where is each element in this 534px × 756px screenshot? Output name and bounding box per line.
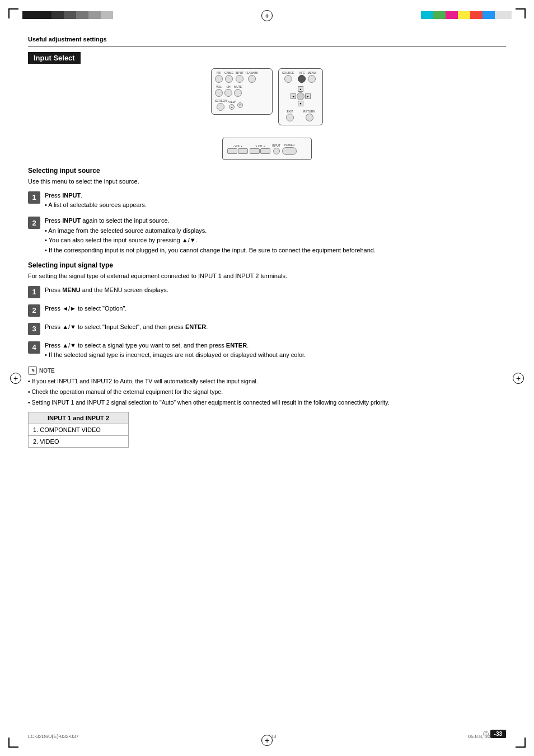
corner-mark-bl <box>8 738 18 748</box>
reg-mark-right <box>513 373 524 384</box>
source-section-desc: Use this menu to select the input source… <box>28 177 506 186</box>
signal-step-2: 2 Press ◄/► to select "Option". <box>28 304 506 317</box>
signal-section-title: Selecting input signal type <box>28 261 506 269</box>
signal-step-text-4: Press ▲/▼ to select a signal type you wa… <box>45 342 249 349</box>
remote-medium: SOURCE AFG MENU ▲ ▼ ◄ ► <box>278 68 323 125</box>
step-bullet-2-1: An image from the selected source automa… <box>45 227 506 235</box>
source-section-title: Selecting input source <box>28 167 506 175</box>
step-content-2: Press INPUT again to select the input so… <box>45 216 506 256</box>
signal-step-1: 1 Press MENU and the MENU screen display… <box>28 285 506 298</box>
step-text-1: Press INPUT. <box>45 192 82 199</box>
input-select-badge: Input Select <box>28 52 81 64</box>
signal-step-4: 4 Press ▲/▼ to select a signal type you … <box>28 341 506 361</box>
note-item-2: Check the operation manual of the extern… <box>28 388 506 397</box>
color-bars-left <box>22 11 113 19</box>
signal-step-num-2: 2 <box>28 304 40 317</box>
signal-step-num-4: 4 <box>28 341 40 354</box>
step-bullet-1-1: A list of selectable sources appears. <box>45 201 506 209</box>
note-item-1: If you set INPUT1 and INPUT2 to Auto, th… <box>28 377 506 386</box>
bottom-center-text: 33 <box>270 734 276 739</box>
corner-mark-br <box>516 738 526 748</box>
table-header: INPUT 1 and INPUT 2 <box>29 412 129 424</box>
note-item-3: Setting INPUT 1 and INPUT 2 signal selec… <box>28 398 506 407</box>
corner-mark-tl <box>8 8 18 18</box>
bottom-left-text: LC-32D6U(E)-032-037 <box>28 734 79 739</box>
note-section: ✎ NOTE If you set INPUT1 and INPUT2 to A… <box>28 366 506 407</box>
source-step-1: 1 Press INPUT. A list of selectable sour… <box>28 191 506 211</box>
page-num-area: Ⓒ -33 <box>483 730 506 738</box>
signal-step-bullet-4-1: If the selected signal type is incorrect… <box>45 351 506 359</box>
step-bullet-2-2: You can also select the input source by … <box>45 236 506 245</box>
step-num-1: 1 <box>28 191 40 204</box>
signal-step-content-2: Press ◄/► to select "Option". <box>45 304 506 313</box>
corner-mark-tr <box>516 8 526 18</box>
note-header: ✎ NOTE <box>28 366 506 375</box>
signal-step-content-1: Press MENU and the MENU screen displays. <box>45 285 506 295</box>
note-label: NOTE <box>39 368 55 374</box>
signal-step-num-1: 1 <box>28 286 40 298</box>
source-step-2: 2 Press INPUT again to select the input … <box>28 216 506 256</box>
signal-step-text-2: Press ◄/► to select "Option". <box>45 305 127 312</box>
section-title: Useful adjustment settings <box>28 36 506 43</box>
remotes-area: AIR CABLE INPUT FLASHBK VOL <box>28 68 506 125</box>
page-num-badge: -33 <box>490 730 506 738</box>
note-icon: ✎ <box>28 366 37 375</box>
remote-large: AIR CABLE INPUT FLASHBK VOL <box>211 68 273 115</box>
signal-step-text-3: Press ▲/▼ to select "Input Select", and … <box>45 323 208 330</box>
table-row-2: 2. VIDEO <box>29 435 129 447</box>
color-bars-right <box>421 11 512 19</box>
step-text-2: Press INPUT again to select the input so… <box>45 217 170 224</box>
remote-bottom: - VOL + ∨ CH ∧ INPUT <box>222 138 312 160</box>
signal-step-content-4: Press ▲/▼ to select a signal type you wa… <box>45 341 506 361</box>
step-content-1: Press INPUT. A list of selectable source… <box>45 191 506 211</box>
input-table: INPUT 1 and INPUT 2 1. COMPONENT VIDEO 2… <box>28 412 129 448</box>
bottom-bar: LC-32D6U(E)-032-037 33 05.8.8, 10:22 AM <box>28 734 506 739</box>
step-num-2: 2 <box>28 217 40 229</box>
signal-step-3: 3 Press ▲/▼ to select "Input Select", an… <box>28 322 506 335</box>
main-content: Useful adjustment settings Input Select … <box>28 34 506 722</box>
step-bullet-2-3: If the corresponding input is not plugge… <box>45 246 506 255</box>
note-items: If you set INPUT1 and INPUT2 to Auto, th… <box>28 377 506 407</box>
table-row-1: 1. COMPONENT VIDEO <box>29 424 129 435</box>
signal-step-num-3: 3 <box>28 323 40 335</box>
section-divider <box>28 46 506 46</box>
signal-step-text-1: Press MENU and the MENU screen displays. <box>45 287 168 293</box>
reg-mark-left <box>10 373 21 384</box>
signal-section-desc: For setting the signal type of external … <box>28 271 506 281</box>
signal-step-content-3: Press ▲/▼ to select "Input Select", and … <box>45 322 506 332</box>
reg-mark-top <box>261 10 273 21</box>
